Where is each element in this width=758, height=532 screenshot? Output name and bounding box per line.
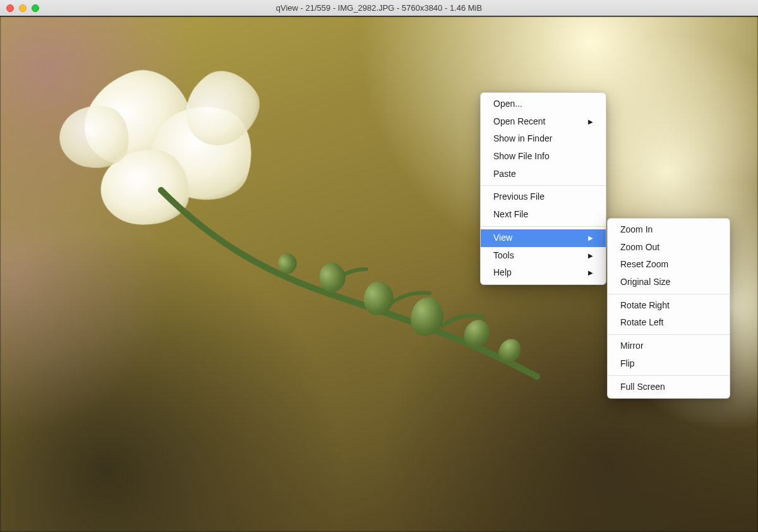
menu-tools-label: Tools (493, 249, 514, 263)
traffic-lights (0, 4, 39, 12)
submenu-rotate-right-label: Rotate Right (620, 299, 670, 313)
menu-separator (608, 375, 730, 376)
minimize-button[interactable] (19, 4, 27, 12)
submenu-reset-zoom[interactable]: Reset Zoom (608, 256, 730, 274)
view-submenu: Zoom In Zoom Out Reset Zoom Original Siz… (607, 218, 730, 399)
submenu-reset-zoom-label: Reset Zoom (620, 258, 668, 272)
submenu-rotate-right[interactable]: Rotate Right (608, 297, 730, 315)
maximize-button[interactable] (32, 4, 39, 12)
submenu-original-size-label: Original Size (620, 275, 670, 289)
submenu-zoom-out[interactable]: Zoom Out (608, 239, 730, 257)
submenu-full-screen-label: Full Screen (620, 380, 665, 394)
submenu-zoom-out-label: Zoom Out (620, 241, 659, 255)
menu-show-in-finder-label: Show in Finder (493, 132, 552, 146)
menu-show-in-finder[interactable]: Show in Finder (481, 130, 606, 148)
submenu-mirror[interactable]: Mirror (608, 337, 730, 355)
menu-next-file[interactable]: Next File (481, 206, 606, 224)
menu-tools[interactable]: Tools ▶ (481, 247, 606, 265)
submenu-mirror-label: Mirror (620, 339, 644, 353)
submenu-flip-label: Flip (620, 357, 635, 371)
menu-open[interactable]: Open... (481, 95, 606, 113)
menu-next-file-label: Next File (493, 208, 528, 222)
chevron-right-icon: ▶ (588, 117, 593, 127)
menu-help-label: Help (493, 266, 512, 280)
menu-show-file-info[interactable]: Show File Info (481, 148, 606, 166)
titlebar: qView - 21/559 - IMG_2982.JPG - 5760x384… (0, 0, 758, 16)
menu-open-recent-label: Open Recent (493, 115, 546, 129)
submenu-zoom-in[interactable]: Zoom In (608, 221, 730, 239)
menu-separator (481, 226, 606, 227)
chevron-right-icon: ▶ (588, 233, 593, 243)
menu-paste-label: Paste (493, 167, 516, 181)
menu-open-label: Open... (493, 97, 522, 111)
menu-separator (608, 294, 730, 294)
app-window: qView - 21/559 - IMG_2982.JPG - 5760x384… (0, 0, 758, 532)
context-menu: Open... Open Recent ▶ Show in Finder Sho… (480, 92, 606, 285)
menu-show-file-info-label: Show File Info (493, 150, 550, 164)
menu-separator (608, 334, 730, 335)
menu-help[interactable]: Help ▶ (481, 264, 606, 282)
menu-view[interactable]: View ▶ (481, 229, 606, 247)
submenu-original-size[interactable]: Original Size (608, 274, 730, 291)
chevron-right-icon: ▶ (588, 251, 593, 261)
close-button[interactable] (6, 4, 14, 12)
menu-previous-file-label: Previous File (493, 190, 544, 204)
menu-previous-file[interactable]: Previous File (481, 188, 606, 206)
submenu-rotate-left[interactable]: Rotate Left (608, 314, 730, 332)
image-viewport[interactable]: Open... Open Recent ▶ Show in Finder Sho… (0, 16, 758, 532)
submenu-flip[interactable]: Flip (608, 355, 730, 373)
window-title: qView - 21/559 - IMG_2982.JPG - 5760x384… (0, 3, 758, 13)
submenu-rotate-left-label: Rotate Left (620, 316, 664, 330)
chevron-right-icon: ▶ (588, 268, 593, 278)
menu-open-recent[interactable]: Open Recent ▶ (481, 113, 606, 131)
menu-separator (481, 185, 606, 186)
menu-view-label: View (493, 231, 512, 245)
menu-paste[interactable]: Paste (481, 166, 606, 183)
submenu-zoom-in-label: Zoom In (620, 223, 653, 237)
submenu-full-screen[interactable]: Full Screen (608, 378, 730, 396)
